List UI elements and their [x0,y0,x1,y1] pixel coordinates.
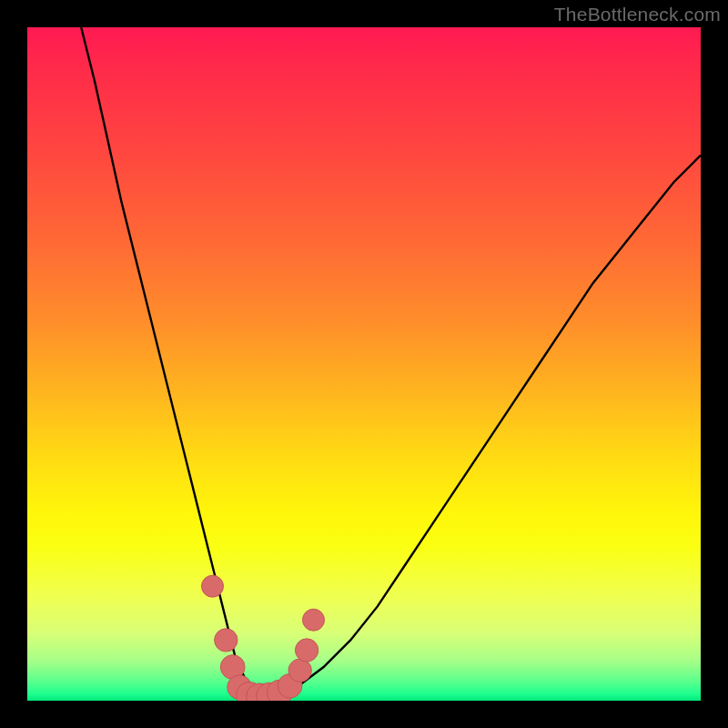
curve-svg [27,27,701,701]
watermark-text: TheBottleneck.com [554,4,721,25]
plot-area [27,27,701,701]
bottleneck-curve [81,27,701,697]
curve-marker [295,639,318,662]
curve-marker [202,575,224,597]
marker-group [202,575,325,701]
curve-marker [303,609,325,631]
curve-marker [215,629,238,652]
chart-frame: TheBottleneck.com [0,0,728,728]
curve-marker [288,659,311,682]
